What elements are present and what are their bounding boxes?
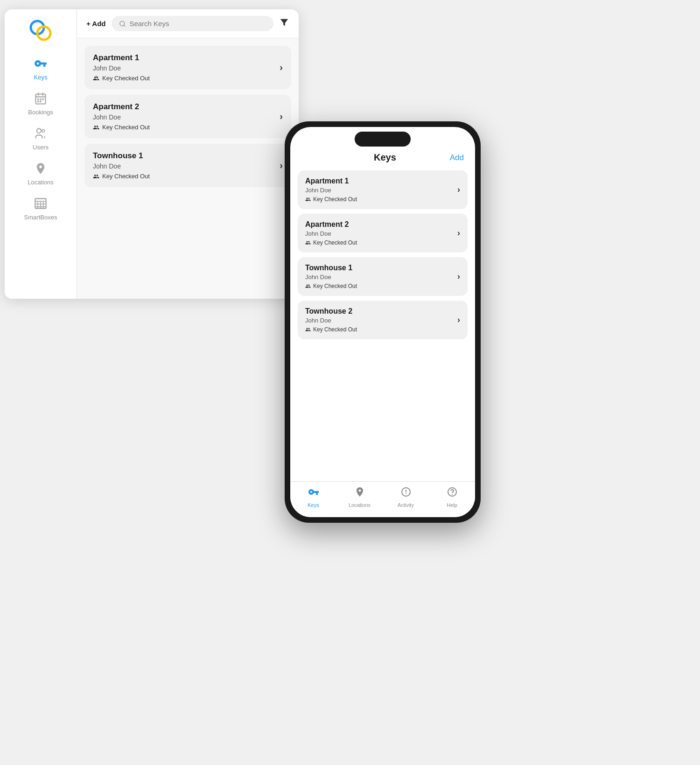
key-card-1-chevron: › (280, 62, 283, 73)
users-icon (32, 125, 49, 142)
svg-point-12 (42, 129, 45, 132)
phone-key-card-3[interactable]: Townhouse 1 John Doe Key Checked Out › (298, 257, 468, 296)
phone-key-card-3-status: Key Checked Out (305, 283, 357, 289)
phone-key-card-4-chevron: › (457, 315, 460, 325)
sidebar-smartboxes-label: SmartBoxes (24, 214, 57, 221)
desktop-key-card-3[interactable]: Townhouse 1 John Doe Key Checked Out › (84, 144, 291, 187)
tab-activity-label: Activity (398, 502, 414, 508)
main-content: + Add Apartment 1 John Doe (77, 9, 299, 299)
desktop-key-card-2[interactable]: Apartment 2 John Doe Key Checked Out › (84, 95, 291, 138)
phone-inner: Keys Add Apartment 1 John Doe Key Checke… (290, 127, 475, 517)
phone-key-card-4-status: Key Checked Out (305, 326, 357, 333)
search-icon (119, 20, 126, 28)
add-button[interactable]: + Add (86, 20, 106, 28)
phone-key-card-4-info: Townhouse 2 John Doe Key Checked Out (305, 307, 357, 333)
phone-tab-bar: Keys Locations (290, 481, 475, 517)
phone-mockup: Keys Add Apartment 1 John Doe Key Checke… (285, 121, 481, 523)
phone-key-card-2-info: Apartment 2 John Doe Key Checked Out (305, 220, 357, 246)
phone-header: Keys Add (290, 147, 475, 167)
phone-checkout-icon-1 (305, 197, 311, 202)
key-card-1-info: Apartment 1 John Doe Key Checked Out (93, 53, 150, 82)
keys-icon (32, 55, 49, 72)
phone-tab-activity[interactable]: Activity (390, 486, 422, 508)
search-bar (112, 16, 273, 31)
bookings-icon (32, 90, 49, 107)
tab-activity-icon (400, 486, 412, 500)
phone-key-card-1-info: Apartment 1 John Doe Key Checked Out (305, 177, 357, 203)
key-card-1-status: Key Checked Out (93, 75, 150, 82)
phone-tab-help[interactable]: Help (436, 486, 469, 508)
tab-keys-label: Keys (308, 502, 319, 508)
phone-key-card-4-user: John Doe (305, 317, 357, 324)
tab-locations-label: Locations (349, 502, 371, 508)
filter-icon[interactable] (279, 17, 289, 30)
key-card-1-status-text: Key Checked Out (102, 75, 150, 82)
phone-checkout-icon-4 (305, 327, 311, 332)
phone-key-card-3-info: Townhouse 1 John Doe Key Checked Out (305, 264, 357, 289)
key-card-3-info: Townhouse 1 John Doe Key Checked Out (93, 151, 150, 180)
svg-point-26 (452, 494, 453, 495)
phone-checkout-icon-3 (305, 283, 311, 289)
phone-key-card-1-status: Key Checked Out (305, 196, 357, 203)
sidebar-item-keys[interactable]: Keys (13, 51, 69, 84)
phone-key-card-1-title: Apartment 1 (305, 177, 357, 185)
phone-tab-keys[interactable]: Keys (297, 486, 330, 508)
key-card-2-title: Apartment 2 (93, 102, 150, 112)
sidebar-users-label: Users (33, 144, 49, 151)
key-card-2-user: John Doe (93, 113, 150, 121)
svg-rect-9 (37, 101, 39, 103)
phone-key-card-1-chevron: › (457, 185, 460, 195)
dynamic-island (355, 132, 411, 147)
phone-key-card-4-status-text: Key Checked Out (313, 326, 357, 333)
key-card-3-chevron: › (280, 160, 283, 171)
phone-key-card-2-status-text: Key Checked Out (313, 239, 357, 246)
sidebar-item-users[interactable]: Users (13, 121, 69, 154)
phone-key-card-4[interactable]: Townhouse 2 John Doe Key Checked Out › (298, 301, 468, 339)
svg-point-24 (406, 493, 406, 494)
phone-key-card-2[interactable]: Apartment 2 John Doe Key Checked Out › (298, 214, 468, 253)
desktop-panel: Keys Bookings (5, 9, 299, 299)
phone-key-card-3-title: Townhouse 1 (305, 264, 357, 272)
phone-key-card-2-chevron: › (457, 228, 460, 238)
phone-key-list: Apartment 1 John Doe Key Checked Out › A… (290, 167, 475, 481)
search-input[interactable] (129, 20, 266, 28)
sidebar-item-locations[interactable]: Locations (13, 156, 69, 189)
tab-help-label: Help (447, 502, 457, 508)
checkout-icon-1 (93, 75, 99, 82)
tab-keys-icon (308, 486, 319, 500)
checkout-icon-3 (93, 173, 99, 180)
phone-tab-locations[interactable]: Locations (343, 486, 376, 508)
sidebar-item-smartboxes[interactable]: SmartBoxes (13, 191, 69, 225)
phone-checkout-icon-2 (305, 240, 311, 246)
key-card-1-user: John Doe (93, 64, 150, 72)
desktop-toolbar: + Add (77, 9, 299, 38)
svg-rect-10 (40, 101, 42, 103)
sidebar-item-bookings[interactable]: Bookings (13, 86, 69, 119)
locations-icon (32, 160, 49, 177)
phone-add-button[interactable]: Add (450, 153, 464, 162)
phone-key-card-1-status-text: Key Checked Out (313, 196, 357, 203)
key-card-3-user: John Doe (93, 162, 150, 170)
phone-key-card-3-chevron: › (457, 272, 460, 281)
key-card-3-title: Townhouse 1 (93, 151, 150, 161)
key-card-1-title: Apartment 1 (93, 53, 150, 63)
svg-point-11 (37, 129, 41, 133)
phone-key-card-2-status: Key Checked Out (305, 239, 357, 246)
desktop-key-card-1[interactable]: Apartment 1 John Doe Key Checked Out › (84, 46, 291, 89)
sidebar-bookings-label: Bookings (28, 109, 53, 116)
app-logo (27, 17, 55, 45)
svg-line-21 (124, 25, 125, 26)
key-card-2-chevron: › (280, 111, 283, 122)
phone-key-card-1[interactable]: Apartment 1 John Doe Key Checked Out › (298, 170, 468, 209)
tab-locations-icon (354, 486, 365, 500)
svg-rect-8 (42, 98, 44, 100)
key-card-2-status-text: Key Checked Out (102, 124, 150, 131)
svg-rect-7 (40, 98, 42, 100)
sidebar-keys-label: Keys (34, 74, 48, 81)
key-card-3-status: Key Checked Out (93, 173, 150, 180)
phone-key-card-2-title: Apartment 2 (305, 220, 357, 229)
desktop-key-list: Apartment 1 John Doe Key Checked Out › A… (77, 38, 299, 299)
phone-key-card-2-user: John Doe (305, 230, 357, 237)
key-card-2-info: Apartment 2 John Doe Key Checked Out (93, 102, 150, 131)
svg-rect-6 (37, 98, 39, 100)
